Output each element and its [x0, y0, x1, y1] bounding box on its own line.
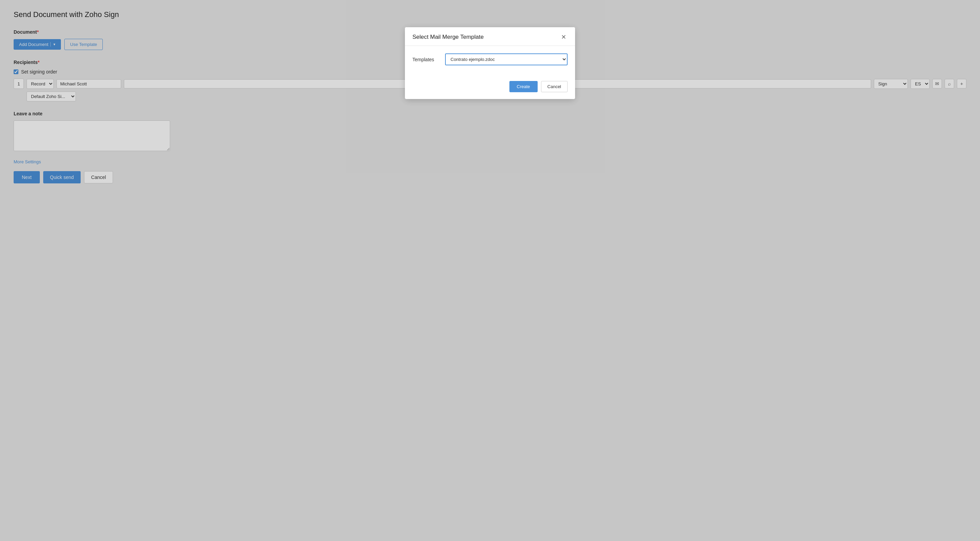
templates-label: Templates: [412, 57, 440, 62]
modal-dialog: Select Mail Merge Template ✕ Templates C…: [405, 27, 575, 99]
modal-body: Templates Contrato ejemplo.zdoc: [405, 46, 575, 78]
modal-overlay: Select Mail Merge Template ✕ Templates C…: [0, 0, 980, 541]
modal-footer: Create Cancel: [405, 78, 575, 99]
modal-close-button[interactable]: ✕: [560, 33, 568, 41]
modal-cancel-button[interactable]: Cancel: [541, 81, 568, 92]
modal-header: Select Mail Merge Template ✕: [405, 27, 575, 46]
modal-field-row: Templates Contrato ejemplo.zdoc: [412, 53, 568, 65]
create-button[interactable]: Create: [509, 81, 538, 92]
modal-title: Select Mail Merge Template: [412, 34, 484, 40]
templates-select[interactable]: Contrato ejemplo.zdoc: [445, 53, 568, 65]
